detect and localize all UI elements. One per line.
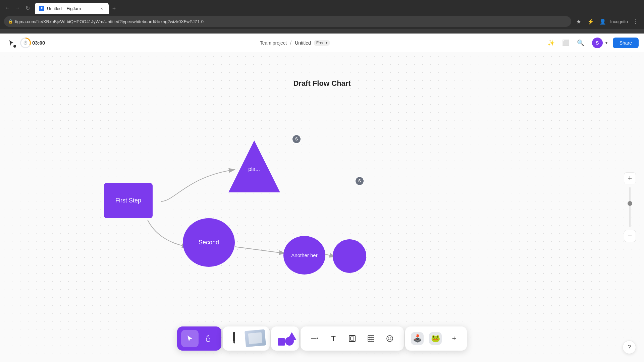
cursor-avatar-1: S (292, 134, 301, 144)
magic-tool-button[interactable]: ✨ (545, 37, 557, 49)
hand-tool-btn[interactable] (200, 330, 217, 347)
breadcrumb-team[interactable]: Team project (260, 40, 287, 46)
connector-btn[interactable]: —• (306, 330, 323, 347)
svg-point-11 (388, 338, 389, 339)
url-text[interactable]: figma.com/file/XRxbBjeWLbiQHPOO41JyWm/Un… (15, 19, 567, 24)
frame-tool-btn[interactable] (343, 330, 361, 347)
timer-container: ⏱️ 03:00 (20, 38, 45, 48)
timer-avatar: ⏱️ (20, 38, 31, 48)
new-tab-button[interactable]: + (109, 3, 119, 14)
select-tool-button[interactable] (5, 37, 17, 49)
table-tool-btn[interactable] (362, 330, 380, 347)
zoom-thumb (628, 201, 632, 206)
browser-tab[interactable]: F Untitled – FigJam × (35, 3, 109, 14)
extensions-icon[interactable]: ⚡ (586, 17, 595, 26)
help-button[interactable]: ? (623, 341, 636, 354)
incognito-label: Incognito (610, 19, 628, 24)
bottom-toolbar: —• T (177, 325, 467, 352)
shape-circle[interactable] (333, 239, 366, 273)
canvas[interactable]: Draft Flow Chart First Step pla. (0, 52, 644, 362)
bookmark-icon[interactable]: ★ (574, 17, 583, 26)
user-avatar-dropdown[interactable]: ▾ (605, 41, 607, 45)
menu-icon[interactable]: ⋮ (631, 17, 640, 26)
tool-group-shapes (271, 326, 299, 351)
user-avatar[interactable]: S (592, 38, 603, 48)
text-tool-btn[interactable]: T (325, 330, 342, 347)
svg-rect-3 (349, 336, 355, 342)
nav-back-button[interactable]: ← (3, 3, 12, 13)
user-cursor-1: S (292, 134, 301, 144)
svg-point-12 (390, 338, 391, 339)
plugin-2-btn[interactable]: 🐸 (427, 330, 443, 347)
arrows-layer (0, 52, 644, 362)
zoom-minus-button[interactable]: − (624, 230, 636, 242)
tab-title: Untitled – FigJam (47, 6, 96, 11)
frames-button[interactable]: ⬜ (560, 37, 572, 49)
shape-another[interactable]: Another her (283, 236, 325, 275)
zoom-plus-button[interactable]: + (624, 172, 636, 184)
tools-group-left: ⏱️ 03:00 (5, 37, 45, 49)
nav-forward-button[interactable]: → (13, 3, 22, 13)
tab-close-button[interactable]: × (99, 5, 105, 11)
shape-first-step[interactable]: First Step (104, 183, 153, 218)
pen-tool-btn[interactable] (225, 330, 243, 347)
free-badge[interactable]: Free ▾ (314, 40, 330, 46)
plugin-1-btn[interactable]: 🕹️ (409, 330, 425, 347)
shape-second[interactable]: Second (183, 218, 235, 267)
tool-group-more: 🕹️ 🐸 + (405, 326, 467, 351)
svg-point-10 (387, 336, 393, 342)
svg-rect-4 (351, 337, 354, 340)
nav-reload-button[interactable]: ↻ (23, 3, 32, 13)
svg-rect-5 (368, 336, 374, 342)
cursor-avatar-2: S (355, 176, 364, 186)
user-cursor-2: S (355, 176, 364, 186)
address-bar[interactable]: 🔒 figma.com/file/XRxbBjeWLbiQHPOO41JyWm/… (4, 16, 571, 27)
tool-group-draw (223, 326, 270, 351)
timer-text: 03:00 (32, 40, 45, 46)
share-button[interactable]: Share (613, 38, 639, 48)
page-title[interactable]: Untitled (295, 40, 311, 46)
sticker-tool-btn[interactable] (381, 330, 398, 347)
add-plugin-btn[interactable]: + (445, 330, 463, 347)
zoom-track[interactable] (629, 187, 631, 227)
tool-group-insert: —• T (301, 326, 404, 351)
select-tool-btn[interactable] (181, 330, 199, 347)
cursor-visible (13, 45, 16, 48)
flowchart-title: Draft Flow Chart (293, 79, 351, 88)
search-button[interactable]: 🔍 (575, 37, 587, 49)
svg-marker-2 (233, 342, 235, 344)
tool-group-move (177, 326, 221, 351)
paper-tool-btn[interactable] (244, 330, 267, 347)
tab-favicon: F (39, 6, 44, 11)
shapes-tool-btn[interactable] (275, 330, 295, 347)
svg-rect-1 (233, 332, 235, 342)
shape-triangle-label: pla... (248, 166, 260, 172)
shape-triangle-container[interactable]: pla... (228, 138, 280, 195)
zoom-controls: + − (624, 172, 636, 242)
breadcrumb-separator: / (290, 40, 291, 46)
lock-icon: 🔒 (8, 19, 13, 24)
profile-icon[interactable]: 👤 (598, 17, 607, 26)
